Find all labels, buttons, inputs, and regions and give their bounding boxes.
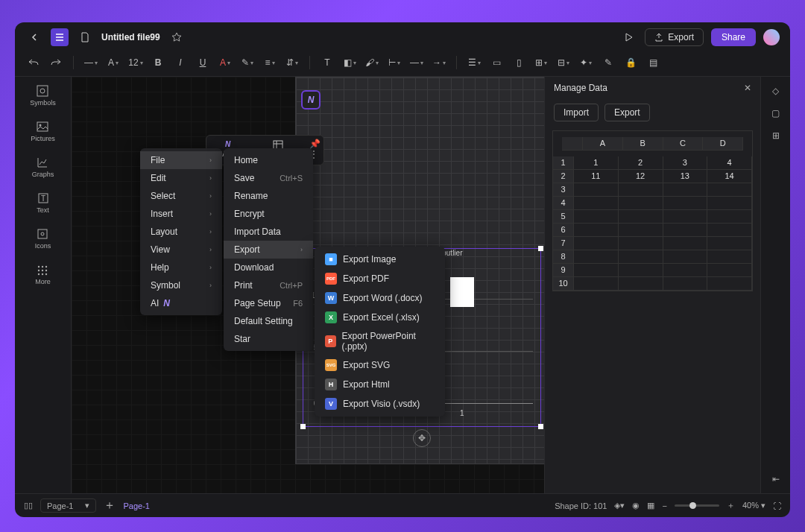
- italic-button[interactable]: I: [172, 55, 189, 70]
- edit-button[interactable]: ✎: [600, 55, 616, 70]
- export-item[interactable]: XExport Excel (.xlsx): [315, 308, 445, 327]
- menu-item-edit[interactable]: Edit›: [140, 169, 222, 187]
- underline-button[interactable]: U: [195, 55, 211, 70]
- collapse-icon[interactable]: ⇤: [772, 474, 780, 484]
- focus-icon[interactable]: ◉: [632, 501, 640, 510]
- resize-handle[interactable]: [300, 424, 306, 429]
- style-dropdown[interactable]: —: [83, 55, 99, 70]
- line-height-button[interactable]: ⇵: [284, 55, 300, 70]
- highlight-button[interactable]: ✎: [239, 55, 256, 70]
- redo-button[interactable]: [48, 55, 64, 70]
- theme-icon[interactable]: ◇: [772, 86, 779, 96]
- file-print[interactable]: PrintCtrl+P: [224, 276, 313, 294]
- font-dropdown[interactable]: A: [105, 55, 121, 70]
- document-title[interactable]: Untitled file99: [101, 32, 160, 42]
- layers-icon[interactable]: ◈▾: [614, 501, 625, 510]
- comment-icon[interactable]: ▢: [771, 108, 780, 118]
- export-item[interactable]: PDFExport PDF: [315, 269, 445, 288]
- menu-item-select[interactable]: Select›: [140, 187, 222, 205]
- back-button[interactable]: [25, 28, 43, 46]
- canvas[interactable]: N N AI Assist Manage D… 📌⋮ box: [72, 77, 544, 493]
- rail-pictures[interactable]: Pictures: [31, 120, 55, 142]
- play-button[interactable]: [619, 28, 637, 46]
- resize-handle[interactable]: [538, 424, 543, 429]
- svg-point-12: [42, 270, 43, 271]
- bold-button[interactable]: B: [150, 55, 166, 70]
- align-button[interactable]: ≡: [262, 55, 278, 70]
- layer-button[interactable]: ▤: [645, 55, 661, 70]
- rail-text[interactable]: TText: [37, 191, 50, 214]
- menu-item-help[interactable]: Help›: [140, 259, 222, 276]
- list-button[interactable]: ☰: [466, 55, 482, 70]
- export-item[interactable]: VExport Visio (.vsdx): [315, 394, 445, 414]
- menu-item-layout[interactable]: Layout›: [140, 223, 222, 241]
- export-item[interactable]: WExport Word (.docx): [315, 288, 445, 308]
- file-home[interactable]: Home: [224, 151, 313, 169]
- page-tab[interactable]: Page-1: [123, 501, 149, 510]
- rail-symbols[interactable]: Symbols: [30, 84, 56, 107]
- star-icon[interactable]: [168, 28, 186, 46]
- export-item[interactable]: SVGExport SVG: [315, 355, 445, 375]
- file-default-setting[interactable]: Default Setting: [224, 312, 313, 330]
- fullscreen-icon[interactable]: ⛶: [773, 501, 781, 510]
- line-start-button[interactable]: ⊢: [386, 55, 402, 70]
- menu-item-ai[interactable]: AIN: [140, 294, 222, 312]
- zoom-in-button[interactable]: ＋: [727, 500, 735, 511]
- rail-graphs[interactable]: Graphs: [32, 156, 54, 178]
- sparkle-button[interactable]: ✦: [578, 55, 594, 70]
- pages-icon[interactable]: ▯▯: [24, 501, 33, 510]
- menu-item-file[interactable]: File›: [140, 151, 222, 169]
- align-objects-button[interactable]: ⊞: [533, 55, 549, 70]
- export-data-button[interactable]: Export: [604, 104, 650, 121]
- lock-button[interactable]: 🔒: [622, 55, 639, 70]
- zoom-slider[interactable]: [675, 504, 719, 507]
- rail-icons[interactable]: Icons: [35, 227, 51, 250]
- ungroup-button[interactable]: ▯: [511, 55, 527, 70]
- file-import-data[interactable]: Import Data: [224, 223, 313, 241]
- statusbar: ▯▯ Page-1▾ ＋ Page-1 Shape ID: 101 ◈▾ ◉ ▦…: [15, 493, 790, 517]
- data-table[interactable]: ABCD11234211121314345678910: [552, 130, 753, 291]
- text-tool[interactable]: T: [319, 55, 335, 70]
- file-star[interactable]: Star: [224, 330, 313, 348]
- file-rename[interactable]: Rename: [224, 187, 313, 205]
- close-icon[interactable]: ✕: [744, 83, 751, 93]
- file-export[interactable]: Export›: [224, 241, 313, 259]
- export-item[interactable]: PExport PowerPoint (.pptx): [315, 327, 445, 355]
- line-end-button[interactable]: →: [431, 55, 447, 70]
- undo-button[interactable]: [25, 55, 42, 70]
- file-download[interactable]: Download: [224, 259, 313, 276]
- file-page-setup[interactable]: Page SetupF6: [224, 294, 313, 312]
- file-save[interactable]: SaveCtrl+S: [224, 169, 313, 187]
- rail-more[interactable]: More: [35, 263, 51, 285]
- font-size-dropdown[interactable]: 12: [127, 55, 144, 70]
- export-button[interactable]: Export: [645, 28, 704, 46]
- svg-point-3: [40, 124, 42, 127]
- import-button[interactable]: Import: [554, 104, 599, 121]
- line-style-button[interactable]: —: [408, 55, 425, 70]
- move-handle-icon[interactable]: ✥: [413, 429, 431, 447]
- resize-handle[interactable]: [538, 246, 543, 251]
- menu-item-insert[interactable]: Insert›: [140, 205, 222, 223]
- text-color-button[interactable]: A: [217, 55, 233, 70]
- menu-item-symbol[interactable]: Symbol›: [140, 276, 222, 294]
- share-button[interactable]: Share: [711, 28, 756, 46]
- page-selector[interactable]: Page-1▾: [40, 498, 96, 513]
- group-button[interactable]: ▭: [488, 55, 505, 70]
- brush-button[interactable]: 🖌: [364, 55, 380, 70]
- export-menu: ■Export ImagePDFExport PDFWExport Word (…: [315, 247, 445, 417]
- zoom-label[interactable]: 40% ▾: [742, 501, 765, 510]
- hamburger-menu-button[interactable]: [51, 28, 69, 46]
- fill-color-button[interactable]: ◧: [341, 55, 358, 70]
- map-icon[interactable]: ▦: [647, 501, 654, 510]
- add-page-button[interactable]: ＋: [104, 498, 116, 513]
- export-item[interactable]: ■Export Image: [315, 250, 445, 269]
- ai-badge-icon[interactable]: N: [301, 90, 321, 110]
- distribute-button[interactable]: ⊟: [555, 55, 572, 70]
- file-encrypt[interactable]: Encrypt: [224, 205, 313, 223]
- user-avatar[interactable]: [763, 29, 780, 45]
- zoom-out-button[interactable]: −: [662, 501, 666, 510]
- formatting-toolbar: — A 12 B I U A ✎ ≡ ⇵ T ◧ 🖌 ⊢ — → ☰ ▭ ▯ ⊞…: [15, 52, 790, 77]
- apps-icon[interactable]: ⊞: [772, 130, 780, 141]
- menu-item-view[interactable]: View›: [140, 241, 222, 259]
- export-item[interactable]: HExport Html: [315, 375, 445, 394]
